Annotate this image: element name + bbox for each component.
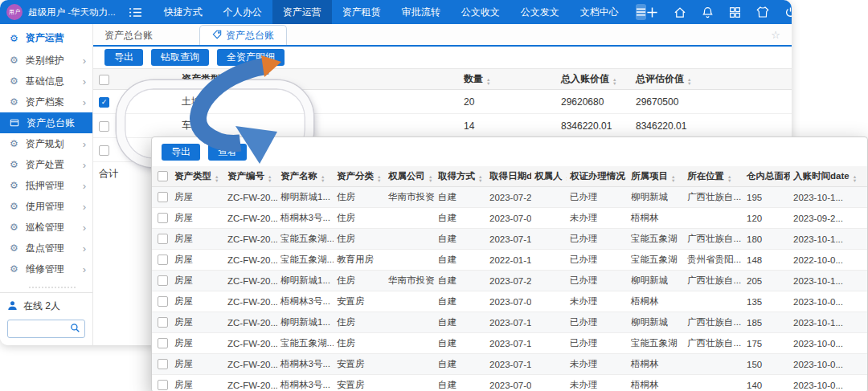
nav-item[interactable]: 个人办公	[213, 0, 272, 24]
summary-row[interactable]: 车辆148346220.018346220.01	[93, 114, 792, 138]
popup-row[interactable]: 房屋ZC-FW-20...宝能五象湖...住房自建2023-07-1...已办理…	[152, 333, 867, 354]
popup-column-header[interactable]: 资产分类▲▼	[334, 166, 385, 187]
home-icon[interactable]	[674, 6, 686, 18]
popup-column-header[interactable]: 资产名称▲▼	[277, 166, 334, 187]
sidebar-item[interactable]: ⚙使用管理›	[0, 196, 92, 217]
popup-row[interactable]: 房屋ZC-FW-20...梧桐林3号...安置房自建2023-07-1...未办…	[152, 354, 867, 375]
apps-grid-icon[interactable]	[729, 6, 741, 18]
bell-icon[interactable]	[702, 6, 714, 18]
list-menu-icon[interactable]	[129, 7, 142, 18]
sidebar-item[interactable]: ⚙盘点管理›	[0, 238, 92, 259]
column-header[interactable]: 总评估价值▲▼	[625, 69, 792, 90]
toolbar-button[interactable]: 导出	[104, 49, 143, 66]
sort-icon[interactable]: ▲▼	[215, 175, 219, 182]
column-header[interactable]: 资产类型▲▼	[119, 69, 452, 90]
toolbar-button[interactable]: 全资产明细	[217, 49, 285, 66]
sidebar-item[interactable]: ⚙基础信息›	[0, 71, 92, 92]
column-header[interactable]: 数量▲▼	[452, 69, 549, 90]
row-checkbox[interactable]	[99, 145, 109, 156]
sort-icon[interactable]: ▲▼	[687, 78, 691, 85]
shirt-theme-icon[interactable]	[756, 6, 769, 18]
sidebar-item[interactable]: ⚙资产处置›	[0, 154, 92, 175]
sidebar-item[interactable]: 资产总台账	[0, 112, 92, 133]
popup-row[interactable]: 房屋ZC-FW-20...宝能五象湖...住房自建2023-07-1...已办理…	[152, 229, 867, 250]
popup-column-header[interactable]: 权证办理情况▲▼	[567, 166, 628, 187]
search-icon[interactable]	[70, 323, 80, 336]
popup-column-header[interactable]: 所在位置▲▼	[684, 166, 743, 187]
nav-item[interactable]: 文档中心	[570, 0, 629, 24]
nav-item[interactable]: 审批流转	[391, 0, 451, 24]
sidebar-item[interactable]: ⚙资产规划›	[0, 133, 92, 154]
popup-column-header[interactable]: 入账时间date▲▼	[790, 166, 867, 187]
hamburger-menu-icon[interactable]	[636, 4, 646, 20]
summary-row[interactable]: ✓土地202962068029670500	[93, 90, 792, 114]
favorite-star-icon[interactable]: ☆	[771, 29, 780, 41]
popup-row[interactable]: 房屋ZC-FW-20...柳明新城1...住房华南市投资...自建2023-07…	[152, 187, 867, 208]
row-checkbox[interactable]	[158, 359, 168, 369]
sort-icon[interactable]: ▲▼	[671, 175, 675, 182]
row-checkbox[interactable]	[158, 296, 168, 307]
sort-icon[interactable]: ▲▼	[428, 175, 432, 182]
sort-icon[interactable]: ▲▼	[566, 175, 567, 182]
popup-column-header[interactable]: 仓内总面积▲▼	[743, 166, 790, 187]
popup-row[interactable]: 房屋ZC-FW-20...梧桐林3号...安置房自建2023-07-0...未办…	[152, 375, 867, 391]
column-header[interactable]: 总入账价值▲▼	[549, 69, 625, 90]
popup-toolbar-button[interactable]: 导出	[162, 144, 200, 161]
sort-icon[interactable]: ▲▼	[321, 175, 325, 182]
popup-toolbar-button[interactable]: 查看	[208, 144, 247, 161]
row-checkbox[interactable]	[158, 171, 168, 181]
popup-column-header[interactable]: 资产编号▲▼	[224, 166, 277, 187]
row-checkbox[interactable]	[158, 213, 168, 223]
popup-row[interactable]: 房屋ZC-FW-20...柳明新城1...住房自建2023-07-1...已办理…	[152, 312, 867, 333]
sort-icon[interactable]: ▲▼	[377, 175, 381, 182]
popup-column-header[interactable]: 权属人▲▼	[531, 166, 567, 187]
popup-cell: 自建	[435, 271, 486, 291]
popup-column-header[interactable]: 所属项目▲▼	[628, 166, 684, 187]
power-icon[interactable]	[784, 6, 792, 18]
popup-row[interactable]: 房屋ZC-FW-20...宝能五象湖...教育用房自建2022-01-1...已…	[152, 250, 867, 271]
add-icon[interactable]	[646, 6, 658, 18]
row-checkbox[interactable]	[158, 255, 168, 265]
popup-column-header[interactable]: 权属公司▲▼	[385, 166, 435, 187]
sort-icon[interactable]: ▲▼	[486, 78, 490, 85]
tab-asset-ledger[interactable]: 资产总台账	[199, 25, 287, 45]
row-checkbox[interactable]	[158, 317, 168, 328]
popup-row[interactable]: 房屋ZC-FW-20...柳明新城1...住房华南市投资...自建2023-07…	[152, 271, 867, 291]
sort-icon[interactable]: ▲▼	[612, 78, 616, 85]
row-checkbox[interactable]	[99, 75, 109, 85]
nav-item[interactable]: 资产运营	[272, 0, 332, 24]
checkbox-cell: ✓	[93, 90, 119, 114]
row-checkbox[interactable]: ✓	[99, 97, 109, 108]
sidebar-item[interactable]: ⚙维修管理›	[0, 259, 92, 279]
popup-row[interactable]: 房屋ZC-FW-20...梧桐林3号...住房自建2023-07-0...未办理…	[152, 208, 867, 229]
row-checkbox[interactable]	[158, 275, 168, 286]
nav-item[interactable]: 快捷方式	[154, 0, 213, 24]
sidebar-section-header[interactable]: ⚙ 资产运营	[0, 24, 92, 50]
nav-item[interactable]: 资产租赁	[332, 0, 391, 24]
row-checkbox[interactable]	[158, 338, 168, 348]
row-checkbox[interactable]	[158, 380, 168, 390]
popup-column-header[interactable]: 资产类型▲▼	[171, 166, 224, 187]
search-input[interactable]	[12, 324, 70, 335]
row-checkbox[interactable]	[99, 121, 109, 132]
nav-item[interactable]: 公文收文	[451, 0, 510, 24]
popup-cell: 205	[743, 271, 790, 291]
sort-icon[interactable]: ▲▼	[853, 175, 857, 182]
sidebar-item[interactable]: ⚙资产档案›	[0, 92, 92, 112]
avatar[interactable]: 用户	[6, 4, 23, 20]
sort-icon[interactable]: ▲▼	[478, 175, 482, 182]
popup-row[interactable]: 房屋ZC-FW-20...梧桐林3号...安置房自建2023-07-0...未办…	[152, 291, 867, 312]
row-checkbox[interactable]	[158, 192, 168, 202]
popup-column-header[interactable]: 取得日期date▲▼	[486, 166, 531, 187]
nav-item[interactable]: 公文发文	[510, 0, 570, 24]
sort-icon[interactable]: ▲▼	[727, 175, 731, 182]
sidebar-item[interactable]: ⚙抵押管理›	[0, 175, 92, 196]
sort-icon[interactable]: ▲▼	[223, 78, 227, 85]
sidebar-item[interactable]: ⚙类别维护›	[0, 50, 92, 71]
row-checkbox[interactable]	[158, 234, 168, 244]
sidebar-item[interactable]: ⚙巡检管理›	[0, 217, 92, 238]
sort-icon[interactable]: ▲▼	[268, 175, 272, 182]
popup-column-header[interactable]: 取得方式▲▼	[435, 166, 486, 187]
sidebar-searchbox[interactable]	[7, 320, 85, 338]
toolbar-button[interactable]: 钻取查询	[151, 49, 209, 66]
